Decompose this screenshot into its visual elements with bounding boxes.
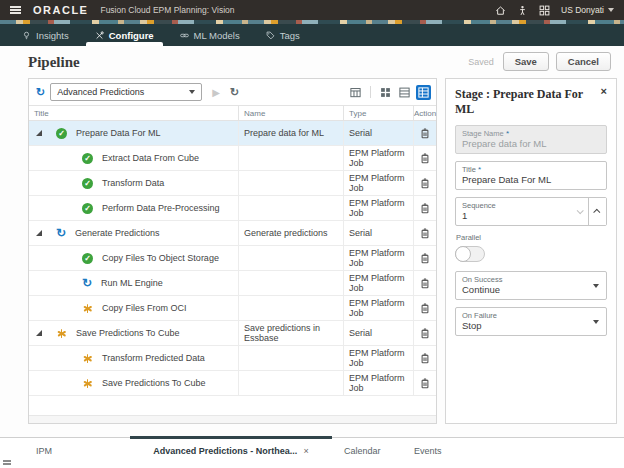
run-pipeline-icon[interactable]: ▶ — [212, 87, 220, 98]
success-status-icon: ✓ — [82, 178, 93, 189]
row-title: Prepare Data For ML — [76, 128, 161, 138]
user-menu[interactable]: US Donyati — [561, 5, 614, 15]
title-field[interactable]: Title Prepare Data For ML — [455, 161, 607, 190]
collapse-toggle-icon[interactable] — [36, 330, 42, 336]
sequence-decrement-icon[interactable] — [571, 198, 588, 225]
row-type: EPM Platform Job — [343, 171, 413, 195]
row-type: EPM Platform Job — [343, 146, 413, 170]
row-name — [238, 296, 343, 320]
parallel-label: Parallel — [456, 233, 607, 242]
chevron-down-icon — [608, 8, 614, 12]
nav-tab-insights[interactable]: Insights — [22, 24, 69, 46]
bottom-tab-events[interactable]: Events — [414, 438, 442, 456]
row-name — [238, 271, 343, 295]
row-type: EPM Platform Job — [343, 196, 413, 220]
table-row[interactable]: ✓Extract Data From CubeEPM Platform Job — [29, 146, 436, 171]
calendar-view-icon[interactable] — [348, 85, 363, 100]
collapse-toggle-icon[interactable] — [36, 130, 42, 136]
nav-tab-ml-models[interactable]: ML Models — [180, 24, 240, 46]
row-title: Perform Data Pre-Processing — [102, 203, 220, 213]
bottom-tab-calendar[interactable]: Calendar — [344, 438, 381, 456]
table-row[interactable]: Save Predictions To CubeEPM Platform Job — [29, 371, 436, 396]
column-header-type: Type — [343, 106, 413, 120]
sync-icon[interactable]: ↻ — [36, 86, 45, 99]
save-button[interactable]: Save — [503, 52, 549, 71]
sequence-value: 1 — [462, 210, 566, 222]
job-details-icon[interactable] — [419, 202, 431, 215]
row-type: EPM Platform Job — [343, 296, 413, 320]
column-header-action: Action — [413, 106, 436, 120]
table-row[interactable]: Copy Files From OCIEPM Platform Job — [29, 296, 436, 321]
row-name — [238, 346, 343, 370]
bottom-tab-bar: IPMAdvanced Predictions - Northea...×Cal… — [0, 437, 624, 468]
job-details-icon[interactable] — [419, 327, 431, 340]
bottom-tab-label: Advanced Predictions - Northea... — [153, 446, 297, 456]
pending-status-icon — [56, 328, 67, 339]
tab-list-icon[interactable] — [3, 460, 11, 462]
sequence-field[interactable]: Sequence 1 — [455, 197, 607, 226]
toggle-knob — [455, 246, 471, 262]
home-icon[interactable] — [495, 5, 506, 16]
pipeline-select-value: Advanced Predictions — [57, 87, 144, 97]
bottom-tab-label: IPM — [36, 446, 52, 456]
list-view-icon[interactable] — [397, 85, 412, 100]
accessibility-icon[interactable] — [517, 5, 528, 16]
pipeline-select[interactable]: Advanced Predictions — [50, 83, 202, 101]
table-row[interactable]: ↻Run ML EngineEPM Platform Job — [29, 271, 436, 296]
job-details-icon[interactable] — [419, 227, 431, 240]
row-name — [238, 196, 343, 220]
on-failure-select[interactable]: On Failure Stop — [455, 307, 607, 336]
job-details-icon[interactable] — [419, 377, 431, 390]
on-success-select[interactable]: On Success Continue — [455, 271, 607, 300]
row-title: Generate Predictions — [75, 228, 160, 238]
job-details-icon[interactable] — [419, 177, 431, 190]
job-details-icon[interactable] — [419, 277, 431, 290]
table-empty-area — [29, 396, 436, 415]
row-name — [238, 246, 343, 270]
table-row[interactable]: Save Predictions To CubeSave predictions… — [29, 321, 436, 346]
close-tab-icon[interactable]: × — [303, 446, 308, 456]
job-details-icon[interactable] — [419, 127, 431, 140]
collapse-toggle-icon[interactable] — [36, 230, 42, 236]
table-row[interactable]: ✓Transform DataEPM Platform Job — [29, 171, 436, 196]
close-icon[interactable]: × — [601, 86, 607, 96]
bottom-tab-label: Calendar — [344, 446, 381, 456]
row-type: Serial — [343, 321, 413, 345]
row-name: Generate predictions — [238, 221, 343, 245]
pipeline-panel: ↻ Advanced Predictions ▶ ↻ TitleNameType… — [28, 78, 437, 424]
nav-tab-tags[interactable]: Tags — [266, 24, 300, 46]
bottom-tab-advanced-predictions-northea[interactable]: Advanced Predictions - Northea...× — [130, 438, 332, 456]
table-row[interactable]: ↻Generate PredictionsGenerate prediction… — [29, 221, 436, 246]
hamburger-menu-icon[interactable] — [10, 9, 21, 11]
view-toggle-group — [348, 85, 431, 100]
row-title: Run ML Engine — [101, 278, 163, 288]
table-view-icon[interactable] — [416, 85, 431, 100]
table-body: ✓Prepare Data For MLPrepare data for MLS… — [29, 121, 436, 423]
row-title: Extract Data From Cube — [102, 153, 199, 163]
page-header: Pipeline Saved Save Cancel — [0, 46, 624, 78]
tag-icon — [266, 31, 275, 40]
table-row[interactable]: ✓Copy Files To Object StorageEPM Platfor… — [29, 246, 436, 271]
nav-tab-label: Configure — [109, 30, 154, 41]
job-details-icon[interactable] — [419, 302, 431, 315]
table-row[interactable]: ✓Prepare Data For MLPrepare data for MLS… — [29, 121, 436, 146]
table-row[interactable]: ✓Perform Data Pre-ProcessingEPM Platform… — [29, 196, 436, 221]
job-details-icon[interactable] — [419, 152, 431, 165]
grid-view-icon[interactable] — [378, 85, 393, 100]
parallel-toggle[interactable] — [455, 246, 485, 262]
on-failure-label: On Failure — [462, 311, 600, 320]
apps-grid-icon[interactable] — [539, 5, 550, 16]
job-details-icon[interactable] — [419, 352, 431, 365]
sequence-increment-icon[interactable] — [588, 198, 606, 225]
bottom-tab-ipm[interactable]: IPM — [36, 438, 52, 456]
table-row[interactable]: Transform Predicted DataEPM Platform Job — [29, 346, 436, 371]
refresh-icon[interactable]: ↻ — [230, 86, 239, 99]
nav-tab-configure[interactable]: Configure — [95, 24, 154, 46]
cancel-button[interactable]: Cancel — [556, 52, 611, 71]
title-label: Title — [462, 165, 600, 174]
oracle-logo: ORACLE — [33, 4, 88, 16]
nav-tab-label: Tags — [280, 30, 300, 41]
success-status-icon: ✓ — [82, 153, 93, 164]
job-details-icon[interactable] — [419, 252, 431, 265]
table-scrollbar-track[interactable] — [29, 415, 436, 423]
